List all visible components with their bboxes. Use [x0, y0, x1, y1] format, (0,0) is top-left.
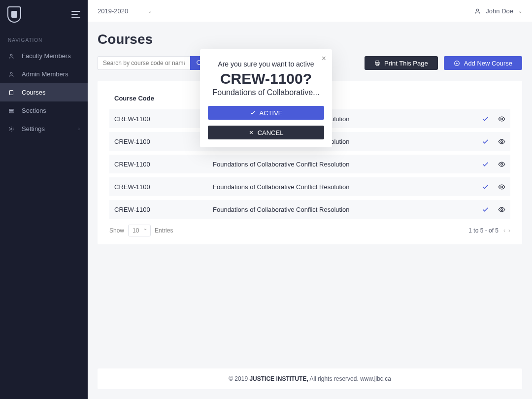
modal-overlay: × Are you sure you want to active CREW-1… — [0, 0, 532, 399]
close-icon[interactable]: × — [322, 54, 326, 63]
modal-active-label: ACTIVE — [260, 109, 283, 117]
modal-course: CREW-1100? — [208, 70, 324, 87]
confirm-modal: × Are you sure you want to active CREW-1… — [200, 49, 332, 147]
modal-subtitle: Foundations of Collaborative... — [208, 88, 324, 97]
modal-line1: Are you sure you want to active — [208, 59, 324, 69]
modal-cancel-button[interactable]: CANCEL — [208, 126, 324, 139]
modal-active-button[interactable]: ACTIVE — [208, 106, 324, 120]
check-icon — [250, 110, 256, 116]
x-icon — [249, 130, 254, 135]
modal-cancel-label: CANCEL — [258, 129, 284, 136]
